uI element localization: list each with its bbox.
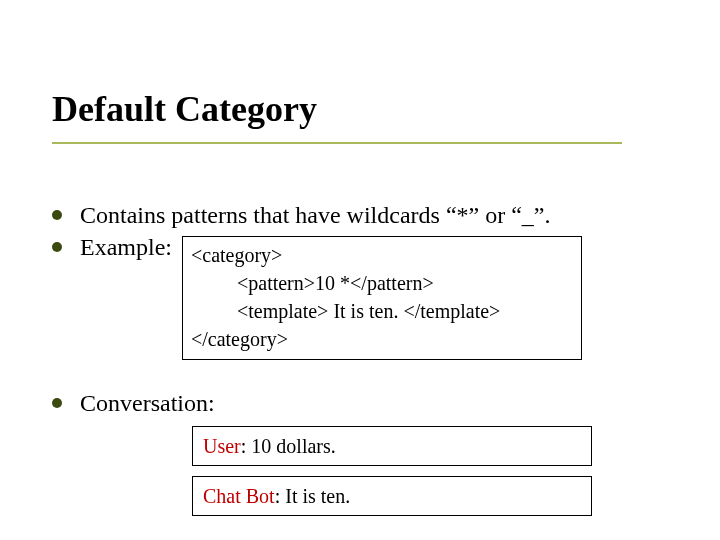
bullet-1-text: Contains patterns that have wildcards “*… — [80, 200, 551, 230]
user-text: : 10 dollars. — [241, 435, 336, 457]
example-label: Example: — [80, 232, 172, 262]
code-example-box: <category> <pattern>10 *</pattern> <temp… — [182, 236, 582, 360]
bullet-icon — [52, 210, 62, 220]
code-line-4: </category> — [191, 325, 573, 353]
user-line-box: User: 10 dollars. — [192, 426, 592, 466]
bullet-icon — [52, 242, 62, 252]
conversation-block: Conversation: User: 10 dollars. Chat Bot… — [52, 388, 668, 516]
bot-text: : It is ten. — [275, 485, 351, 507]
bullet-icon — [52, 398, 62, 408]
code-line-1: <category> — [191, 241, 573, 269]
slide-title: Default Category — [52, 88, 317, 130]
bullet-item-2: Example: <category> <pattern>10 *</patte… — [52, 232, 668, 360]
bot-prefix: Chat Bot — [203, 485, 275, 507]
bullet-item-1: Contains patterns that have wildcards “*… — [52, 200, 668, 230]
slide: Default Category Contains patterns that … — [0, 0, 720, 540]
title-underline — [52, 142, 622, 144]
code-line-3: <template> It is ten. </template> — [191, 297, 573, 325]
conversation-boxes: User: 10 dollars. Chat Bot: It is ten. — [192, 426, 668, 516]
conversation-label: Conversation: — [80, 388, 215, 418]
bot-line-box: Chat Bot: It is ten. — [192, 476, 592, 516]
content-area: Contains patterns that have wildcards “*… — [52, 200, 668, 526]
user-prefix: User — [203, 435, 241, 457]
code-line-2: <pattern>10 *</pattern> — [191, 269, 573, 297]
bullet-item-3: Conversation: — [52, 388, 668, 418]
